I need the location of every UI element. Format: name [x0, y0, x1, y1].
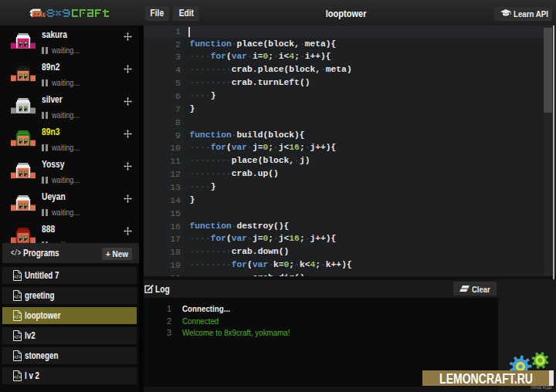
svg-text:</>: </>	[14, 354, 22, 360]
svg-text:</>: </>	[14, 314, 22, 319]
svg-text:</>: </>	[14, 274, 22, 279]
svg-text:</>: </>	[14, 374, 22, 380]
svg-text:</>: </>	[14, 294, 22, 299]
svg-text:</>: </>	[14, 334, 22, 340]
